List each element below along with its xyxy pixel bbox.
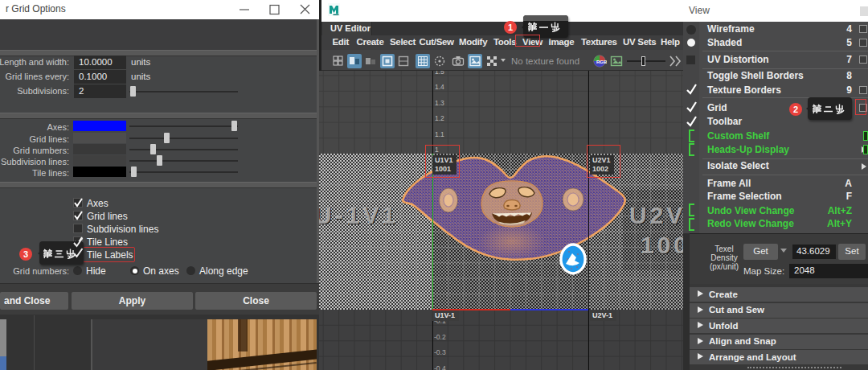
svg-text:RGB: RGB [596, 60, 607, 64]
